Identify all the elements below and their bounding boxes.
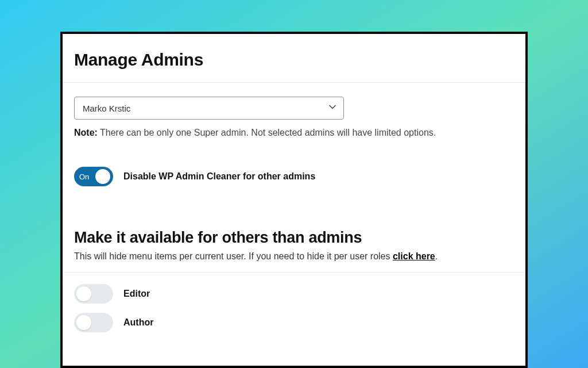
- disable-toggle-row: On Disable WP Admin Cleaner for other ad…: [74, 167, 525, 186]
- toggle-knob: [76, 286, 91, 301]
- editor-toggle[interactable]: [74, 284, 113, 304]
- disable-admins-toggle[interactable]: On: [74, 167, 113, 186]
- editor-toggle-label: Editor: [123, 289, 150, 299]
- page-title: Manage Admins: [74, 50, 514, 70]
- note-label: Note:: [74, 128, 98, 137]
- toggle-knob: [95, 169, 110, 184]
- author-toggle[interactable]: [74, 313, 113, 332]
- admin-select[interactable]: Marko Krstic: [74, 97, 344, 120]
- section-desc: This will hide menu items per current us…: [74, 251, 514, 262]
- note-line: Note: There can be only one Super admin.…: [74, 128, 514, 138]
- divider: [63, 82, 525, 83]
- settings-panel: Manage Admins Marko Krstic Note: There c…: [60, 32, 528, 368]
- section-title: Make it available for others than admins: [74, 229, 514, 247]
- author-toggle-label: Author: [123, 317, 153, 328]
- note-text: There can be only one Super admin. Not s…: [100, 128, 436, 137]
- spacer: [63, 195, 525, 229]
- admin-select-wrap: Marko Krstic: [74, 97, 344, 120]
- role-toggle-row-editor: Editor: [74, 284, 525, 304]
- thin-divider: [63, 272, 525, 273]
- role-toggle-row-author: Author: [74, 313, 525, 332]
- toggle-knob: [76, 315, 91, 330]
- disable-toggle-label: Disable WP Admin Cleaner for other admin…: [123, 171, 315, 182]
- click-here-link[interactable]: click here: [393, 251, 435, 261]
- section-desc-prefix: This will hide menu items per current us…: [74, 251, 393, 261]
- toggle-on-text: On: [79, 172, 89, 181]
- section-desc-suffix: .: [435, 251, 438, 261]
